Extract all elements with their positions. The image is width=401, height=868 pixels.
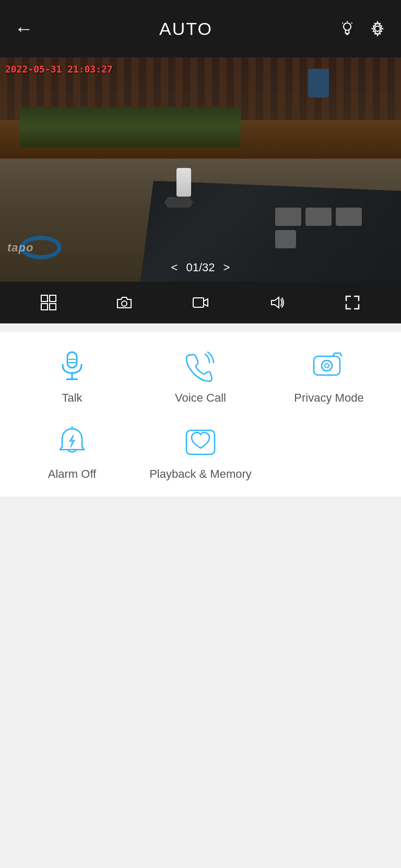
voice-call-label: Voice Call — [175, 391, 226, 405]
svg-rect-18 — [314, 356, 340, 375]
playback-memory-label: Playback & Memory — [149, 467, 252, 481]
svg-point-11 — [122, 301, 127, 306]
privacy-mode-button[interactable]: Privacy Mode — [267, 347, 391, 405]
lightbulb-icon[interactable] — [338, 20, 356, 38]
video-button[interactable] — [187, 290, 214, 316]
header-icons — [338, 20, 386, 38]
svg-rect-9 — [41, 304, 48, 310]
playback-memory-icon — [182, 424, 219, 461]
talk-label: Talk — [62, 391, 82, 405]
controls-panel: Talk Voice Call — [0, 332, 401, 497]
playback-memory-button[interactable]: Playback & Memory — [139, 424, 262, 481]
camera-logo: tapo — [7, 241, 33, 255]
prev-page-button[interactable]: < — [171, 261, 178, 274]
header: ← AUTO — [0, 0, 401, 57]
grid-button[interactable] — [36, 290, 62, 316]
speaker-button[interactable] — [264, 290, 290, 316]
svg-rect-7 — [41, 295, 48, 302]
talk-icon — [53, 347, 91, 385]
svg-line-4 — [343, 23, 344, 24]
svg-rect-12 — [193, 298, 204, 307]
svg-rect-8 — [50, 295, 56, 302]
privacy-mode-label: Privacy Mode — [294, 391, 363, 405]
header-title: AUTO — [159, 19, 213, 39]
page-indicator: 01/32 — [186, 261, 215, 274]
back-button[interactable]: ← — [15, 18, 33, 40]
svg-point-20 — [325, 364, 329, 368]
svg-point-6 — [375, 26, 380, 31]
voice-call-icon — [182, 347, 219, 385]
svg-point-0 — [344, 23, 351, 30]
talk-button[interactable]: Talk — [10, 347, 134, 405]
controls-grid: Talk Voice Call — [10, 347, 391, 481]
next-page-button[interactable]: > — [223, 261, 230, 274]
svg-line-5 — [351, 23, 352, 24]
svg-point-19 — [322, 360, 332, 371]
alarm-off-button[interactable]: Alarm Off — [10, 424, 134, 481]
photo-button[interactable] — [111, 290, 137, 316]
camera-feed: 2022-05-31 21:03:27 tapo < 01/32 > — [0, 57, 401, 282]
voice-call-button[interactable]: Voice Call — [139, 347, 262, 405]
alarm-off-label: Alarm Off — [48, 467, 97, 481]
settings-icon[interactable] — [369, 20, 386, 38]
svg-rect-10 — [50, 304, 56, 310]
privacy-mode-icon — [310, 347, 348, 385]
toolbar — [0, 282, 401, 323]
camera-timestamp: 2022-05-31 21:03:27 — [5, 64, 113, 75]
bottom-area — [0, 497, 401, 810]
pagination: < 01/32 > — [171, 261, 230, 274]
fullscreen-button[interactable] — [339, 290, 365, 316]
alarm-off-icon — [53, 424, 91, 461]
